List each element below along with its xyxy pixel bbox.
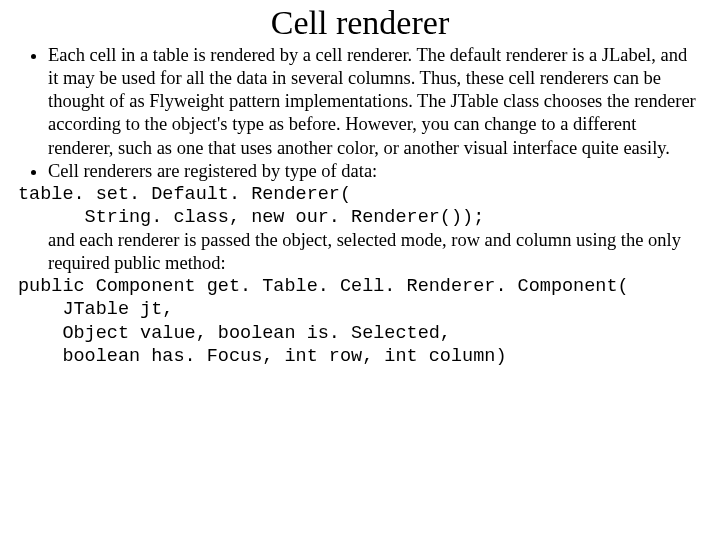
bullet-list: Each cell in a table is rendered by a ce… (18, 44, 702, 183)
code-snippet-1: table. set. Default. Renderer( String. c… (18, 183, 702, 229)
mid-paragraph: and each renderer is passed the object, … (18, 229, 702, 275)
slide: Cell renderer Each cell in a table is re… (0, 0, 720, 368)
slide-title: Cell renderer (18, 4, 702, 42)
bullet-item: Cell renderers are registered by type of… (48, 160, 702, 183)
code-snippet-2: public Component get. Table. Cell. Rende… (18, 275, 702, 368)
bullet-item: Each cell in a table is rendered by a ce… (48, 44, 702, 160)
